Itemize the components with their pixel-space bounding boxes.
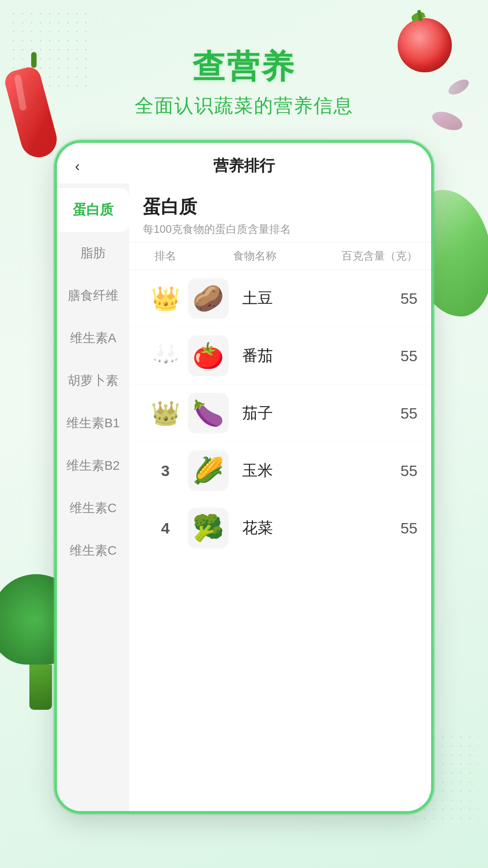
header-title: 查营养 [0, 45, 488, 89]
rank-badge-1: 👑 [143, 285, 188, 312]
sidebar-item-vitaminB2[interactable]: 维生素B2 [57, 444, 129, 487]
sidebar-item-protein[interactable]: 蛋白质 [57, 188, 129, 232]
rank-number-3: 3 [161, 462, 170, 480]
sidebar-item-fiber[interactable]: 膳食纤维 [57, 274, 129, 317]
col-amount-header: 百克含量（克） [342, 249, 418, 263]
header-subtitle: 全面认识蔬菜的营养信息 [0, 93, 488, 118]
nutrient-desc: 每100克食物的蛋白质含量排名 [143, 222, 418, 236]
food-name-broccoli: 花菜 [238, 518, 386, 538]
food-item-tomato[interactable]: 👑 🍅 番茄 55 [129, 327, 431, 385]
food-list: 👑 🥔 土豆 55 👑 🍅 番茄 55 [129, 270, 431, 811]
food-item-eggplant[interactable]: 👑 🍆 茄子 55 [129, 385, 431, 442]
sidebar-item-vitaminB1[interactable]: 维生素B1 [57, 402, 129, 444]
food-icon-broccoli: 🥦 [188, 508, 229, 548]
food-name-tomato: 番茄 [238, 345, 386, 366]
food-name-eggplant: 茄子 [238, 403, 386, 424]
rank-badge-3b: 3 [143, 462, 188, 480]
nutrient-header: 蛋白质 每100克食物的蛋白质含量排名 [129, 184, 431, 242]
rank-badge-4: 4 [143, 519, 188, 537]
food-name-potato: 土豆 [238, 288, 386, 309]
back-button[interactable]: ‹ [75, 158, 80, 175]
food-item-potato[interactable]: 👑 🥔 土豆 55 [129, 270, 431, 327]
nutrient-title: 蛋白质 [143, 194, 418, 219]
food-icon-potato: 🥔 [188, 278, 229, 319]
food-icon-eggplant: 🍆 [188, 393, 229, 434]
content-area: 蛋白质 脂肪 膳食纤维 维生素A 胡萝卜素 维生素B1 维生素B [57, 184, 431, 811]
crown-gold-icon: 👑 [151, 285, 180, 312]
phone-mockup: ‹ 营养排行 蛋白质 脂肪 膳食纤维 维生素A 胡萝卜素 [54, 140, 434, 814]
sidebar-item-vitaminC2[interactable]: 维生素C [57, 529, 129, 572]
left-sidebar: 蛋白质 脂肪 膳食纤维 维生素A 胡萝卜素 维生素B1 维生素B [57, 184, 129, 811]
crown-silver-icon: 👑 [151, 342, 180, 370]
food-item-corn[interactable]: 3 🌽 玉米 55 [129, 442, 431, 500]
food-amount-eggplant: 55 [386, 405, 418, 422]
food-amount-corn: 55 [386, 462, 418, 480]
rank-badge-2: 👑 [143, 342, 188, 370]
food-icon-tomato: 🍅 [188, 335, 229, 376]
nav-title: 营养排行 [213, 156, 275, 176]
sidebar-item-vitaminC1[interactable]: 维生素C [57, 487, 129, 529]
food-item-broccoli[interactable]: 4 🥦 花菜 55 [129, 500, 431, 557]
food-amount-broccoli: 55 [386, 519, 418, 537]
sidebar-item-carotene[interactable]: 胡萝卜素 [57, 359, 129, 402]
header-section: 查营养 全面认识蔬菜的营养信息 [0, 45, 488, 118]
food-amount-tomato: 55 [386, 347, 418, 365]
food-amount-potato: 55 [386, 290, 418, 307]
food-name-corn: 玉米 [238, 460, 386, 481]
table-header: 排名 食物名称 百克含量（克） [129, 242, 431, 270]
col-rank-header: 排名 [143, 249, 188, 263]
sidebar-item-vitaminA[interactable]: 维生素A [57, 317, 129, 359]
phone-inner: ‹ 营养排行 蛋白质 脂肪 膳食纤维 维生素A 胡萝卜素 [57, 143, 431, 811]
nav-bar: ‹ 营养排行 [57, 143, 431, 184]
sidebar-item-fat[interactable]: 脂肪 [57, 232, 129, 274]
rank-badge-3: 👑 [143, 400, 188, 427]
crown-bronze-icon: 👑 [151, 400, 180, 427]
rank-number-4: 4 [161, 519, 170, 537]
col-food-header: 食物名称 [229, 249, 342, 263]
main-content: 蛋白质 每100克食物的蛋白质含量排名 排名 食物名称 百克含量（克） 👑 [129, 184, 431, 811]
food-icon-corn: 🌽 [188, 450, 229, 491]
